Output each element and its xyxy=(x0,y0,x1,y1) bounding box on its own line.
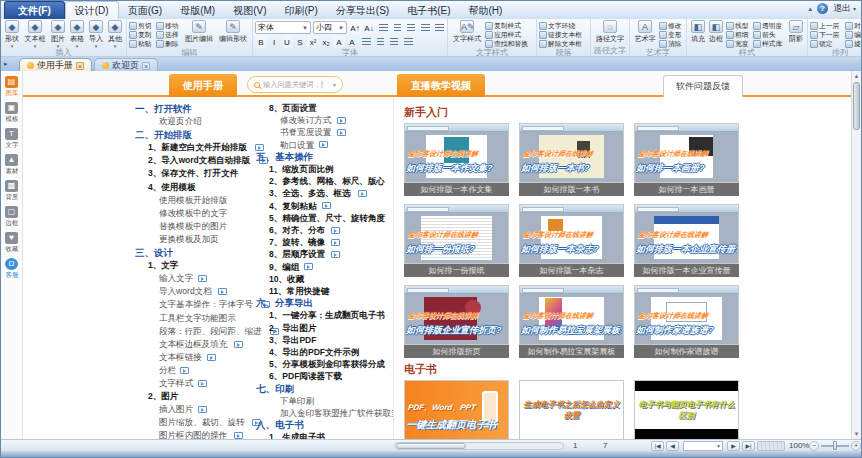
feedback-button[interactable]: 软件问题反馈 xyxy=(663,75,743,97)
word-art-button[interactable]: A 艺术字 xyxy=(632,20,658,44)
tab-user-manual[interactable]: 使用手册 xyxy=(169,74,237,97)
align-left-icon[interactable] xyxy=(377,22,389,34)
toc-entry[interactable]: 加入金印客联盟推广软件获取奖励 xyxy=(256,407,394,419)
toc-entry[interactable]: 2、导出图片 xyxy=(256,322,394,334)
first-page-button[interactable]: |◀ xyxy=(651,441,664,451)
document-tab[interactable]: 欢迎页 × xyxy=(94,58,158,71)
toc-entry[interactable]: 4、导出的PDF文件示例 xyxy=(256,346,394,358)
toc-entry[interactable]: 11、常用快捷键 xyxy=(256,285,394,297)
ribbon-tab[interactable]: 电子书(E) xyxy=(398,2,459,19)
toc-entry[interactable]: 9、编组 xyxy=(256,261,394,273)
help-icon[interactable]: ? xyxy=(817,3,828,14)
text-style-option[interactable]: 复制样式 xyxy=(485,21,534,30)
toc-entry[interactable]: 8、页面设置 xyxy=(256,102,394,114)
style-big-button[interactable]: ◧ 边框 xyxy=(707,20,725,44)
video-card[interactable]: 金印客设计师在线讲解 如何制作易拉宝展架展板? 如何制作易拉宝展架展板 xyxy=(519,285,624,358)
ribbon-tab[interactable]: 文件(F) xyxy=(4,1,65,19)
toc-entry[interactable]: 1、生成电子书 xyxy=(256,431,394,439)
arrange-option[interactable]: 下一层 xyxy=(810,30,843,39)
arrange-option[interactable]: 旋转 xyxy=(845,39,861,48)
prev-page-button[interactable]: ◀ xyxy=(666,441,679,451)
style-option[interactable]: 样式库 xyxy=(753,39,786,48)
font-style-button[interactable]: A xyxy=(333,36,345,48)
toc-entry[interactable]: 八、电子书 xyxy=(256,419,394,431)
horizontal-scrollbar-thumb[interactable] xyxy=(396,443,466,449)
video-card[interactable]: 金印客设计师在线讲解 如何排版企业宣传折页? 如何排版折页 xyxy=(404,285,509,358)
ribbon-tab[interactable]: 视图(V) xyxy=(224,2,275,19)
edit-button[interactable]: 选择 xyxy=(156,30,181,39)
video-card[interactable]: 电子书与翻页电子书有什么区别 电子书和翻页电子书有什么区别 xyxy=(634,380,739,439)
style-option[interactable]: 箭头 xyxy=(753,30,786,39)
style-option[interactable]: 宽度 xyxy=(726,39,751,48)
video-card[interactable]: 金印客设计师在线讲解 如何排一本画册? 如何排一本画册 xyxy=(634,123,739,196)
font-style-button[interactable]: A xyxy=(346,36,358,48)
sidebar-item[interactable]: ▣ 模板 xyxy=(1,99,22,125)
line-spacing-icon[interactable] xyxy=(360,36,372,48)
ribbon-tab[interactable]: 帮助(H) xyxy=(460,2,512,19)
tab-video-tutorials[interactable]: 直播教学视频 xyxy=(397,74,485,97)
search-input[interactable]: 输入问题关键词，搜索答案 ▾ xyxy=(247,76,343,93)
arrange-option[interactable]: 编组 xyxy=(845,30,861,39)
align-distribute-icon[interactable] xyxy=(433,22,445,34)
ribbon-tab[interactable]: 印刷(P) xyxy=(275,2,326,19)
arrange-option[interactable]: 对齐 xyxy=(845,21,861,30)
toc-entry[interactable]: 六、分享导出 xyxy=(256,297,394,309)
last-page-button[interactable]: ▶| xyxy=(742,441,755,451)
font-style-button[interactable]: x² xyxy=(307,36,319,48)
shrink-font-button[interactable]: A↓ xyxy=(363,22,375,34)
video-card[interactable]: 金印客设计师在线讲解 如何排版一本书? 如何排版一本书 xyxy=(519,123,624,196)
word-art-option[interactable]: 清除 xyxy=(659,39,684,48)
insert-button[interactable]: ◆ 表格 ▾ xyxy=(68,20,86,48)
toc-entry[interactable]: 6、PDF阅读器下载 xyxy=(256,370,394,382)
edit-button[interactable]: 粘贴 xyxy=(129,39,154,48)
sidebar-item[interactable]: ▢ 边框 xyxy=(1,203,22,229)
collapse-ribbon-icon[interactable]: ▴ xyxy=(808,5,812,13)
font-style-button[interactable]: S xyxy=(294,36,306,48)
insert-button[interactable]: ◆ 图片 ▾ xyxy=(49,20,67,48)
shadow-button[interactable]: ▱ 阴影 xyxy=(787,20,805,44)
vertical-scrollbar[interactable]: ▲ ▼ xyxy=(851,71,861,439)
ribbon-tab[interactable]: 页面(G) xyxy=(119,2,171,19)
video-card[interactable]: 金印客设计师在线讲解 如何制作家谱族谱? 如何制作家谱族谱 xyxy=(634,285,739,358)
page-select[interactable]: ▼ xyxy=(683,441,723,451)
video-card[interactable]: PDF、Word、PPT 一键生成翻页电子书 已有文档怎么生成翻页电子书 xyxy=(404,380,509,439)
scroll-up-icon[interactable]: ▲ xyxy=(852,71,861,81)
edit-button[interactable]: 剪切 xyxy=(129,21,154,30)
align-justify-icon[interactable] xyxy=(419,22,431,34)
path-text-button[interactable]: ◌ 路径文字 xyxy=(593,20,627,44)
account-button[interactable]: 退出 ▾ xyxy=(833,2,856,15)
zoom-slider-thumb[interactable] xyxy=(833,441,837,450)
close-icon[interactable]: × xyxy=(142,62,150,70)
toc-entry[interactable]: 七、印刷 xyxy=(256,383,394,395)
edit-big-button[interactable]: ✎ 编辑形状 xyxy=(216,20,250,44)
style-option[interactable]: 线型 xyxy=(726,21,751,30)
toc-entry[interactable]: 3、全选、多选、框选 xyxy=(256,187,394,199)
toc-entry[interactable]: 8、层顺序设置 xyxy=(256,248,394,260)
toc-entry[interactable]: 勒口设置 xyxy=(256,139,394,151)
next-page-button[interactable]: ▶ xyxy=(727,441,740,451)
insert-button[interactable]: ◆ 其他 ▾ xyxy=(106,20,124,48)
toc-entry[interactable]: 1、缩放页面比例 xyxy=(256,163,394,175)
list-icon[interactable] xyxy=(402,36,414,48)
toc-entry[interactable]: 书脊宽度设置 xyxy=(256,126,394,138)
toc-entry[interactable]: 2、参考线、网格、标尺、版心 xyxy=(256,175,394,187)
sidebar-item[interactable]: ♥ 收藏 xyxy=(1,229,22,255)
sidebar-item[interactable]: T 文字 xyxy=(1,125,22,151)
edit-button[interactable]: 复制 xyxy=(129,30,154,39)
document-tab[interactable]: 使用手册 × xyxy=(19,58,92,71)
font-style-button[interactable]: x₂ xyxy=(320,36,332,48)
toc-entry[interactable]: 下单印刷 xyxy=(256,395,394,407)
video-card[interactable]: 金印客设计师在线讲解 如何排一份报纸? 如何排一份报纸 xyxy=(404,204,509,277)
ribbon-tab[interactable]: 分享导出(S) xyxy=(327,2,398,19)
insert-button[interactable]: ◆ 导入 ▾ xyxy=(87,20,105,48)
toc-entry[interactable]: 7、旋转、镜像 xyxy=(256,236,394,248)
toc-entry[interactable]: 3、导出PDF xyxy=(256,334,394,346)
edit-button[interactable]: 移动 xyxy=(156,21,181,30)
video-card[interactable]: 金印客设计师在线讲解 如何排版一本杂志? 如何排版一本杂志 xyxy=(519,204,624,277)
toc-entry[interactable]: 6、对齐、分布 xyxy=(256,224,394,236)
paragraph-option[interactable]: 文字环绕 xyxy=(539,21,588,30)
paragraph-option[interactable]: 解除文本框 xyxy=(539,39,588,48)
zoom-in-button[interactable]: + xyxy=(851,441,861,451)
align-center-icon[interactable] xyxy=(391,22,403,34)
align-right-icon[interactable] xyxy=(405,22,417,34)
